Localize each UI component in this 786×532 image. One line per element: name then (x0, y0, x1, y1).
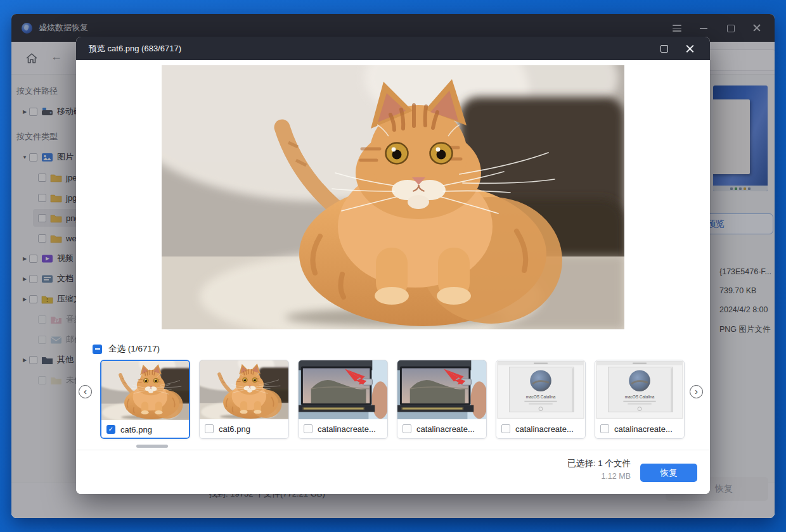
thumbnail-card[interactable]: catalinacreate... (595, 360, 685, 439)
file-checkbox[interactable] (304, 424, 312, 433)
preview-image (162, 65, 624, 329)
cat-thumbnail-image (101, 361, 189, 420)
file-name: catalinacreate... (416, 424, 475, 434)
thumbnail-card[interactable]: ✓ cat6.png (100, 360, 190, 439)
thumbnail-card[interactable]: catalinacreate... (397, 360, 487, 439)
file-name: cat6.png (219, 424, 250, 434)
installer-thumbnail-image (595, 360, 684, 419)
filmstrip-prev-button[interactable]: ‹ (79, 385, 92, 398)
file-checkbox[interactable] (403, 424, 411, 433)
thumbnail-card[interactable]: catalinacreate... (298, 360, 388, 439)
filmstrip-next-button[interactable]: › (690, 385, 703, 398)
modal-footer: 已选择: 1 个文件 1.12 MB 恢复 (76, 450, 710, 494)
select-all-label: 全选 (1/6717) (108, 343, 160, 355)
thumbnail-card[interactable]: cat6.png (199, 360, 289, 439)
selected-count-text: 已选择: 1 个文件 (567, 458, 631, 469)
macbook-thumbnail-image (299, 360, 387, 419)
filmstrip-scrollbar[interactable] (136, 445, 168, 448)
modal-close-button[interactable] (685, 44, 695, 53)
file-checkbox[interactable] (501, 424, 510, 433)
preview-modal: 预览 cat6.png (683/6717) 全选 (1/6717) ‹ › ✓… (76, 37, 710, 494)
recover-button[interactable]: 恢复 (640, 464, 697, 482)
file-name: catalinacreate... (515, 424, 574, 434)
file-checkbox[interactable] (600, 424, 609, 433)
file-name: catalinacreate... (318, 424, 376, 434)
file-checkbox[interactable] (205, 424, 214, 433)
modal-titlebar: 预览 cat6.png (683/6717) (76, 37, 710, 60)
installer-thumbnail-image (496, 360, 585, 419)
modal-title: 预览 cat6.png (683/6717) (89, 43, 181, 54)
macbook-thumbnail-image (397, 360, 486, 419)
select-all-checkbox[interactable] (93, 345, 102, 354)
file-name: cat6.png (120, 425, 152, 434)
file-name: catalinacreate... (614, 424, 673, 434)
modal-maximize-button[interactable] (659, 44, 669, 53)
cat-thumbnail-image (200, 360, 288, 419)
filmstrip: ✓ cat6.png cat6.png catalinacreate... ca… (100, 360, 685, 439)
thumbnail-card[interactable]: catalinacreate... (496, 360, 586, 439)
file-checkbox-checked[interactable]: ✓ (106, 425, 115, 434)
selected-size-text: 1.12 MB (567, 472, 631, 481)
